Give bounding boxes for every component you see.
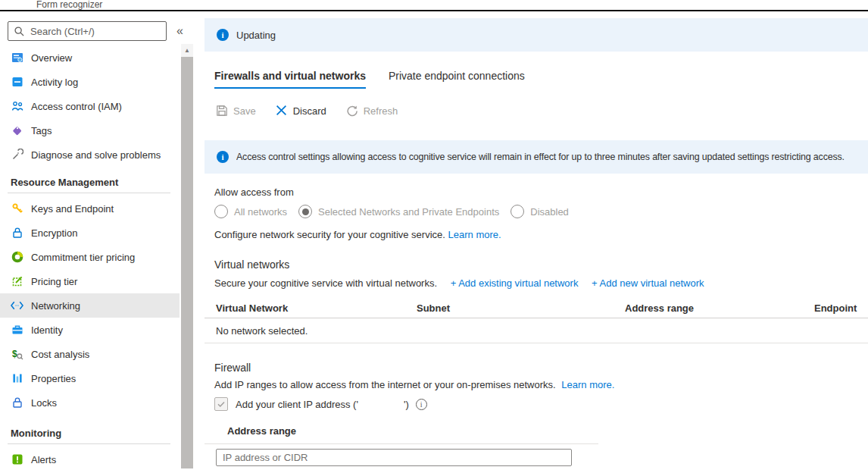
sidebar-item-commitment-tier-pricing[interactable]: Commitment tier pricing — [0, 245, 180, 269]
sidebar-item-label: Properties — [31, 373, 76, 384]
add-new-vnet-link[interactable]: + Add new virtual network — [592, 277, 704, 289]
client-ip-info-icon[interactable]: i — [416, 399, 427, 410]
sidebar-item-identity[interactable]: Identity — [0, 318, 180, 342]
sidebar-item-label: Cost analysis — [31, 349, 89, 360]
sidebar-item-activity-log[interactable]: Activity log — [0, 70, 180, 94]
sidebar-item-pricing-tier[interactable]: Pricing tier — [0, 269, 180, 293]
sidebar-item-label: Activity log — [31, 77, 78, 88]
sidebar-item-alerts[interactable]: Alerts — [0, 447, 180, 470]
networking-icon — [11, 299, 23, 312]
lock-icon — [11, 396, 23, 409]
sidebar-divider — [8, 193, 170, 193]
sidebar-item-label: Encryption — [31, 227, 77, 239]
radio-circle-selected-icon — [298, 205, 312, 218]
commitment-ring-icon — [11, 251, 23, 263]
radio-disabled[interactable]: Disabled — [510, 205, 569, 218]
save-label: Save — [233, 105, 256, 117]
tab-private-endpoint-connections[interactable]: Private endpoint connections — [389, 70, 525, 89]
sidebar-item-networking[interactable]: Networking — [0, 293, 180, 318]
resource-title: Form recognizer — [36, 0, 102, 10]
sidebar-item-label: Locks — [31, 397, 57, 409]
virtual-networks-table: Virtual Network Subnet Address range End… — [205, 299, 868, 343]
add-existing-vnet-link[interactable]: + Add existing virtual network — [451, 277, 579, 289]
firewall-learn-more-link[interactable]: Learn more. — [561, 379, 614, 390]
virtual-networks-subtitle: Secure your cognitive service with virtu… — [214, 277, 437, 289]
radio-circle-icon — [214, 205, 228, 218]
scrollbar-up-icon[interactable]: ▲ — [181, 44, 193, 56]
discard-button[interactable]: Discard — [276, 105, 326, 117]
sidebar-item-label: Identity — [31, 324, 63, 336]
sidebar-item-label: Keys and Endpoint — [31, 203, 114, 215]
scrollbar-thumb[interactable] — [181, 57, 193, 468]
sidebar-item-locks[interactable]: Locks — [0, 390, 180, 415]
sidebar-item-encryption[interactable]: Encryption — [0, 221, 180, 245]
sidebar-item-tags[interactable]: Tags — [0, 118, 180, 143]
tab-bar: Firewalls and virtual networks Private e… — [214, 70, 868, 89]
wrench-icon — [11, 149, 23, 161]
toolbar: Save Discard Refresh — [216, 101, 868, 121]
configure-help-text: Configure network security for your cogn… — [214, 229, 445, 240]
discard-label: Discard — [293, 105, 326, 117]
sidebar-item-diagnose[interactable]: Diagnose and solve problems — [0, 143, 180, 167]
sidebar-item-label: Alerts — [31, 454, 56, 465]
sidebar: « Overview Activity log Access control (… — [0, 11, 195, 468]
learn-more-link[interactable]: Learn more. — [448, 229, 501, 240]
sidebar-scrollbar[interactable]: ▲ — [181, 44, 193, 468]
sidebar-divider — [8, 443, 170, 444]
virtual-networks-title: Virtual networks — [214, 258, 868, 271]
column-subnet: Subnet — [417, 302, 625, 314]
overview-icon — [11, 52, 23, 64]
column-virtual-network: Virtual Network — [205, 302, 417, 314]
radio-all-networks[interactable]: All networks — [214, 205, 287, 218]
search-icon — [13, 25, 26, 37]
search-input[interactable] — [30, 26, 161, 37]
client-ip-checkbox-row: Add your client IP address (' ') i — [214, 397, 868, 411]
address-range-label: Address range — [227, 425, 868, 437]
collapse-sidebar-button[interactable]: « — [176, 24, 183, 38]
alert-icon — [11, 453, 23, 465]
firewall-subtitle: Add IP ranges to allow access from the i… — [214, 379, 556, 390]
sidebar-item-overview[interactable]: Overview — [0, 45, 180, 70]
updating-banner: i Updating — [205, 18, 868, 52]
properties-icon — [11, 372, 23, 384]
pricing-tier-icon — [11, 275, 23, 287]
ip-address-input[interactable] — [216, 449, 572, 466]
sidebar-item-cost-analysis[interactable]: $ Cost analysis — [0, 342, 180, 366]
configure-help-line: Configure network security for your cogn… — [214, 229, 868, 240]
sidebar-item-properties[interactable]: Properties — [0, 366, 180, 390]
radio-selected-networks[interactable]: Selected Networks and Private Endpoints — [298, 205, 499, 218]
client-ip-label-prefix: Add your client IP address (' — [236, 399, 358, 410]
updating-banner-text: Updating — [236, 30, 276, 41]
firewall-table-divider-top — [205, 443, 598, 444]
radio-label: Selected Networks and Private Endpoints — [318, 206, 499, 218]
sidebar-section-monitoring: Monitoring — [0, 425, 180, 442]
table-empty-row: No network selected. — [205, 318, 868, 343]
layout: « Overview Activity log Access control (… — [0, 11, 868, 468]
save-button[interactable]: Save — [216, 105, 256, 117]
sidebar-nav: Overview Activity log Access control (IA… — [0, 45, 180, 470]
column-endpoint: Endpoint — [814, 302, 868, 314]
sidebar-item-label: Access control (IAM) — [31, 101, 122, 112]
sidebar-item-label: Pricing tier — [31, 276, 77, 287]
discard-x-icon — [276, 105, 288, 117]
sidebar-item-access-control-iam[interactable]: Access control (IAM) — [0, 94, 180, 118]
cost-analysis-icon: $ — [11, 348, 23, 360]
sidebar-search — [8, 21, 167, 41]
info-icon: i — [217, 29, 229, 41]
firewall-subtitle-line: Add IP ranges to allow access from the i… — [214, 379, 868, 390]
key-icon — [11, 202, 23, 215]
sidebar-item-label: Overview — [31, 52, 72, 64]
sidebar-item-label: Commitment tier pricing — [31, 252, 135, 263]
radio-circle-icon — [510, 205, 524, 218]
main-content: i Updating Firewalls and virtual network… — [195, 11, 868, 468]
sidebar-item-keys-and-endpoint[interactable]: Keys and Endpoint — [0, 196, 180, 221]
access-control-notice: i Access control settings allowing acces… — [205, 140, 868, 174]
tab-firewalls-and-virtual-networks[interactable]: Firewalls and virtual networks — [214, 70, 366, 89]
client-ip-checkbox[interactable] — [214, 397, 228, 411]
refresh-label: Refresh — [364, 105, 398, 117]
refresh-button[interactable]: Refresh — [346, 105, 398, 117]
svg-text:$: $ — [12, 349, 17, 359]
client-ip-label-suffix: ') — [404, 399, 409, 410]
info-icon: i — [217, 151, 229, 163]
radio-label: All networks — [234, 206, 287, 218]
